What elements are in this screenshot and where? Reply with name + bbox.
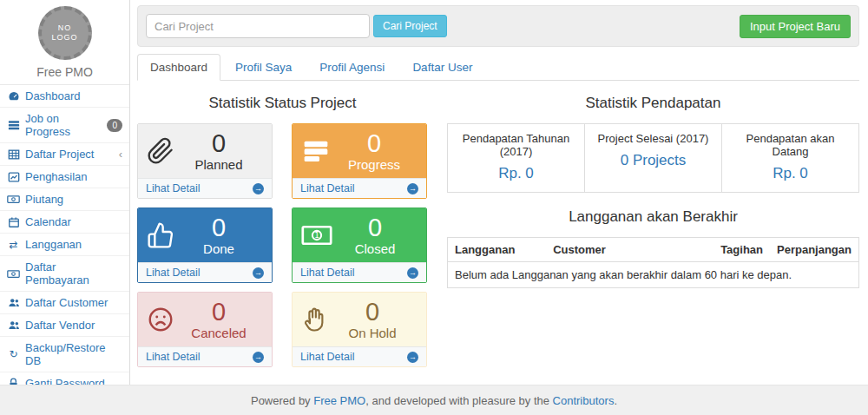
svg-text:1: 1	[314, 231, 319, 240]
income-cell-selesai: Project Selesai (2017) 0 Projects	[584, 124, 721, 192]
income-section: Statistik Pendapatan Pendapatan Tahunan …	[447, 93, 859, 367]
lihat-detail-link-progress[interactable]: Lihat Detail →	[293, 178, 426, 198]
thumbs-up-icon	[147, 221, 174, 249]
lihat-detail-link-closed[interactable]: Lihat Detail →	[293, 262, 426, 282]
arrow-circle-right-icon: →	[407, 183, 418, 194]
search-button[interactable]: Cari Project	[373, 15, 447, 37]
sidebar-item-backup-restore-db[interactable]: ↻ Backup/Restore DB	[0, 337, 129, 372]
dashboard-icon	[7, 90, 20, 102]
lihat-detail-text: Lihat Detail	[146, 182, 201, 194]
job-count-badge: 0	[107, 119, 122, 132]
column-header-langganan: Langganan	[448, 238, 547, 262]
sidebar-menu: Dashboard Job on Progress 0 Daftar Proje…	[0, 85, 129, 415]
status-card-planned: 0 Planned Lihat Detail →	[137, 123, 273, 199]
income-value-selesai[interactable]: 0 Projects	[590, 152, 716, 169]
sidebar-item-label: Penghasilan	[25, 170, 88, 183]
subscription-table: Langganan Customer Tagihan Perpanjangan …	[447, 237, 859, 288]
sidebar-item-label: Daftar Vendor	[25, 319, 95, 332]
sidebar-item-dashboard[interactable]: Dashboard	[0, 85, 129, 108]
status-card-value: 0	[174, 130, 263, 156]
sidebar-item-job-on-progress[interactable]: Job on Progress 0	[0, 108, 129, 143]
sidebar-item-label: Job on Progress	[25, 112, 102, 138]
status-card-stats: 0 Canceled	[174, 299, 263, 340]
new-project-button[interactable]: Input Project Baru	[740, 15, 851, 38]
sidebar-item-daftar-customer[interactable]: Daftar Customer	[0, 292, 129, 314]
lihat-detail-link-done[interactable]: Lihat Detail →	[138, 262, 272, 282]
main-area: Cari Project Input Project Baru Dashboar…	[130, 0, 868, 385]
lihat-detail-text: Lihat Detail	[300, 182, 355, 194]
lihat-detail-text: Lihat Detail	[146, 351, 201, 363]
subscription-table-header-row: Langganan Customer Tagihan Perpanjangan	[448, 238, 859, 262]
sidebar-item-piutang[interactable]: Piutang	[0, 188, 129, 211]
lihat-detail-text: Lihat Detail	[300, 267, 355, 279]
income-label: Pendapatan Tahunan (2017)	[453, 132, 579, 158]
frown-icon	[147, 306, 174, 333]
users-icon	[7, 297, 20, 308]
footer-text-middle: , and developed with pleasure by the	[365, 394, 552, 407]
footer-text-suffix: .	[614, 394, 617, 407]
tasks-icon	[7, 119, 20, 131]
income-label: Pendapatan akan Datang	[727, 132, 853, 158]
refresh-icon: ↻	[7, 348, 20, 360]
dashboard-panels: Statistik Status Project 0 Planned	[137, 93, 859, 367]
column-header-customer: Customer	[546, 238, 713, 262]
sidebar-item-daftar-project[interactable]: Daftar Project ‹	[0, 143, 129, 166]
income-value-akan-datang[interactable]: Rp. 0	[727, 165, 853, 182]
tab-daftar-user[interactable]: Daftar User	[399, 54, 485, 81]
chevron-left-icon: ‹	[119, 148, 122, 161]
money-icon	[7, 194, 20, 205]
sidebar-item-label: Piutang	[25, 193, 63, 206]
arrow-circle-right-icon: →	[253, 352, 264, 363]
lihat-detail-text: Lihat Detail	[300, 351, 355, 363]
content-row: NO LOGO Free PMO Dashboard Job on Progre	[0, 0, 868, 385]
calendar-icon	[7, 216, 20, 228]
lihat-detail-link-planned[interactable]: Lihat Detail →	[138, 178, 272, 198]
status-card-canceled: 0 Canceled Lihat Detail →	[137, 292, 273, 367]
tab-profil-saya[interactable]: Profil Saya	[222, 54, 305, 81]
brand-name: Free PMO	[0, 65, 129, 79]
sidebar-item-label: Daftar Customer	[25, 296, 108, 309]
sidebar: NO LOGO Free PMO Dashboard Job on Progre	[0, 0, 130, 385]
arrow-circle-right-icon: →	[407, 352, 418, 363]
no-logo-badge: NO LOGO	[38, 6, 92, 60]
logo-text-line2: LOGO	[51, 33, 77, 43]
footer-link-free-pmo[interactable]: Free PMO	[313, 394, 365, 407]
status-cards-grid: 0 Planned Lihat Detail →	[137, 123, 428, 367]
sidebar-item-daftar-pembayaran[interactable]: Daftar Pembayaran	[0, 256, 129, 292]
income-cell-tahunan: Pendapatan Tahunan (2017) Rp. 0	[448, 124, 584, 192]
income-value-tahunan[interactable]: Rp. 0	[453, 165, 579, 182]
income-label: Project Selesai (2017)	[590, 132, 716, 145]
status-card-value: 0	[332, 214, 418, 240]
tab-bar: Dashboard Profil Saya Profil Agensi Daft…	[137, 54, 859, 81]
sidebar-item-label: Calendar	[25, 215, 71, 228]
column-header-perpanjangan: Perpanjangan	[770, 238, 858, 262]
status-card-label: Progress	[331, 157, 418, 172]
status-card-value: 0	[174, 299, 263, 325]
status-card-stats: 0 Planned	[174, 130, 263, 172]
lihat-detail-text: Lihat Detail	[146, 267, 201, 279]
status-card-stats: 0 Closed	[332, 214, 418, 256]
table-icon	[7, 148, 20, 161]
sidebar-item-calendar[interactable]: Calendar	[0, 211, 129, 234]
status-card-label: Done	[174, 241, 263, 256]
sidebar-item-langganan[interactable]: ⇄ Langganan	[0, 234, 129, 256]
sidebar-item-penghasilan[interactable]: Penghasilan	[0, 166, 129, 188]
sidebar-item-label: Dashboard	[25, 89, 81, 102]
sidebar-item-label: Daftar Pembayaran	[25, 260, 122, 287]
sidebar-item-daftar-vendor[interactable]: Daftar Vendor	[0, 314, 129, 337]
footer-link-contributors[interactable]: Contributors	[553, 394, 615, 407]
tab-profil-agensi[interactable]: Profil Agensi	[306, 54, 398, 81]
status-card-heading: 0 Progress	[293, 124, 426, 178]
lihat-detail-link-canceled[interactable]: Lihat Detail →	[138, 346, 272, 366]
status-card-value: 0	[174, 214, 263, 240]
lihat-detail-link-on-hold[interactable]: Lihat Detail →	[293, 346, 426, 366]
sidebar-item-label: Backup/Restore DB	[25, 341, 122, 367]
search-input[interactable]	[146, 14, 370, 38]
retweet-icon: ⇄	[7, 239, 20, 251]
arrow-circle-right-icon: →	[253, 183, 264, 194]
tab-dashboard[interactable]: Dashboard	[137, 54, 220, 81]
status-card-label: On Hold	[327, 326, 418, 340]
status-card-label: Planned	[174, 157, 263, 172]
status-card-value: 0	[327, 299, 418, 325]
line-chart-icon	[7, 171, 20, 183]
